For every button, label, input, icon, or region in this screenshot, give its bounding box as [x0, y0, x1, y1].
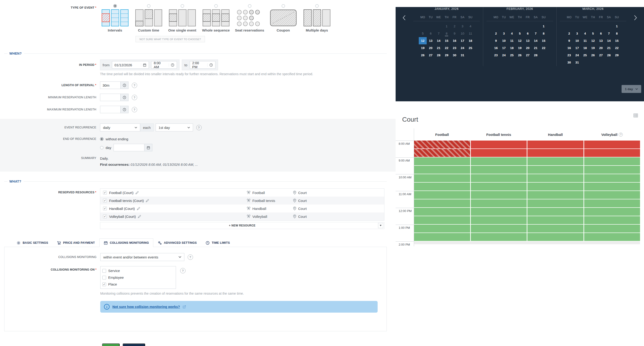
calendar-day[interactable]: 21	[532, 44, 540, 52]
type-option-custom-time[interactable]: Custom time	[134, 4, 164, 32]
calendar-day[interactable]: 9	[565, 37, 573, 44]
calendar-day[interactable]: 24	[500, 52, 508, 59]
calendar-day[interactable]: 20	[427, 44, 435, 52]
radio-without-ending[interactable]	[100, 137, 104, 141]
calendar-day[interactable]: 5	[419, 30, 427, 37]
schedule-cell-unavailable[interactable]	[528, 141, 584, 148]
calendar-day[interactable]: 1	[540, 23, 548, 30]
calendar-day[interactable]: 28	[435, 52, 442, 59]
schedule-cell-available[interactable]	[584, 183, 640, 191]
collision-option[interactable]: Service	[100, 267, 176, 274]
calendar-next-button[interactable]	[634, 15, 637, 21]
calendar-day[interactable]: 5	[589, 30, 597, 37]
save-button[interactable]: SAVE	[102, 344, 120, 346]
help-icon[interactable]: ?	[196, 125, 202, 130]
schedule-cell-available[interactable]	[584, 191, 640, 199]
calendar-day[interactable]: 11	[508, 37, 516, 44]
calendar-day[interactable]: 27	[427, 52, 435, 59]
schedule-cell-available[interactable]	[471, 208, 527, 216]
tab-time-limits[interactable]: TIME LIMITS	[201, 238, 234, 247]
calendar-day[interactable]: 11	[581, 37, 589, 44]
resource-checkbox[interactable]	[103, 191, 107, 194]
schedule-cell-unavailable[interactable]	[584, 149, 640, 157]
calendar-day[interactable]: 2	[450, 23, 458, 30]
calendar-day[interactable]: 24	[573, 52, 581, 59]
schedule-cell-available[interactable]	[471, 166, 527, 174]
calendar-day[interactable]: 12	[516, 37, 524, 44]
tab-basic-settings[interactable]: BASIC SETTINGS	[12, 238, 52, 247]
type-option-coupon[interactable]: Coupon	[268, 4, 298, 32]
calendar-day[interactable]: 28	[532, 52, 540, 59]
schedule-cell-available[interactable]	[471, 174, 527, 182]
calendar-day[interactable]: 18	[508, 44, 516, 52]
calendar-day[interactable]: 25	[466, 44, 474, 52]
schedule-cell-available[interactable]	[584, 199, 640, 207]
schedule-cell-available[interactable]	[528, 157, 584, 165]
calendar-day[interactable]: 31	[573, 59, 581, 66]
edit-pencil-icon[interactable]	[138, 215, 141, 218]
calendar-day[interactable]: 7	[605, 30, 613, 37]
calendar-day[interactable]: 12	[589, 37, 597, 44]
calendar-day[interactable]: 30	[450, 52, 458, 59]
collision-monitoring-link[interactable]: Not sure how collision monitoring works?	[112, 305, 180, 309]
schedule-cell-available[interactable]	[414, 233, 470, 241]
calendar-day[interactable]: 10	[500, 37, 508, 44]
end-day-input[interactable]	[114, 144, 144, 151]
schedule-cell-available[interactable]	[528, 233, 584, 241]
schedule-cell-available[interactable]	[471, 216, 527, 224]
calendar-day[interactable]: 25	[508, 52, 516, 59]
resource-checkbox[interactable]	[103, 199, 107, 202]
schedule-cell-available[interactable]	[528, 199, 584, 207]
calendar-day[interactable]: 16	[565, 44, 573, 52]
calendar-day[interactable]: 22	[613, 44, 621, 52]
tab-price-and-payment[interactable]: PRICE AND PAYMENT	[52, 238, 99, 247]
help-icon[interactable]: ?	[132, 83, 137, 88]
schedule-cell-available[interactable]	[471, 183, 527, 191]
start-date-input[interactable]: 01/12/2026	[112, 61, 149, 69]
calendar-day[interactable]: 20	[597, 44, 605, 52]
type-option-whole-sequence[interactable]: Whole sequence	[201, 4, 231, 32]
view-mode-select[interactable]: 1 day	[622, 85, 641, 93]
recurrence-frequency-select[interactable]: daily	[100, 123, 140, 131]
calendar-day[interactable]: 12	[419, 37, 427, 44]
resource-checkbox[interactable]	[103, 215, 107, 218]
calendar-day[interactable]: 11	[466, 30, 474, 37]
help-icon[interactable]: ?	[188, 255, 193, 260]
calendar-day[interactable]: 23	[450, 44, 458, 52]
schedule-cell-available[interactable]	[414, 174, 470, 182]
calendar-day[interactable]: 25	[581, 52, 589, 59]
calendar-day[interactable]: 17	[458, 37, 466, 44]
cancel-button[interactable]: CANCEL	[123, 344, 145, 346]
schedule-cell-available[interactable]	[584, 225, 640, 233]
type-option-one-single-event[interactable]: One single event	[167, 4, 197, 32]
collision-option-checkbox[interactable]	[102, 283, 106, 286]
recurrence-each-select[interactable]: 1st day	[156, 123, 193, 131]
collisions-monitoring-select[interactable]: within event and/or between events	[100, 253, 184, 261]
clock-icon[interactable]	[207, 63, 213, 67]
calendar-day[interactable]: 7	[435, 30, 442, 37]
calendar-day[interactable]: 22	[540, 44, 548, 52]
calendar-day[interactable]: 15	[613, 37, 621, 44]
schedule-cell-available[interactable]	[528, 208, 584, 216]
schedule-cell-available[interactable]	[584, 166, 640, 174]
schedule-cell-available[interactable]	[471, 199, 527, 207]
schedule-cell-available[interactable]	[528, 166, 584, 174]
collision-option-checkbox[interactable]	[102, 276, 106, 280]
calendar-day[interactable]: 6	[524, 30, 532, 37]
calendar-day[interactable]: 3	[500, 30, 508, 37]
calendar-day[interactable]: 30	[565, 59, 573, 66]
calendar-day[interactable]: 26	[419, 52, 427, 59]
calendar-day[interactable]: 29	[442, 52, 450, 59]
calendar-day[interactable]: 15	[442, 37, 450, 44]
schedule-cell-available[interactable]	[584, 216, 640, 224]
collision-option[interactable]: Place	[100, 281, 176, 288]
calendar-day[interactable]: 8	[540, 30, 548, 37]
schedule-cell-available[interactable]	[414, 183, 470, 191]
new-resource-button[interactable]: + NEW RESOURCE	[100, 222, 384, 229]
calendar-day[interactable]: 8	[442, 30, 450, 37]
help-icon[interactable]: ?	[619, 133, 623, 137]
calendar-day[interactable]: 9	[450, 30, 458, 37]
calendar-day[interactable]: 18	[466, 37, 474, 44]
schedule-cell-available[interactable]	[471, 233, 527, 241]
radio-whole-sequence[interactable]	[214, 4, 218, 8]
